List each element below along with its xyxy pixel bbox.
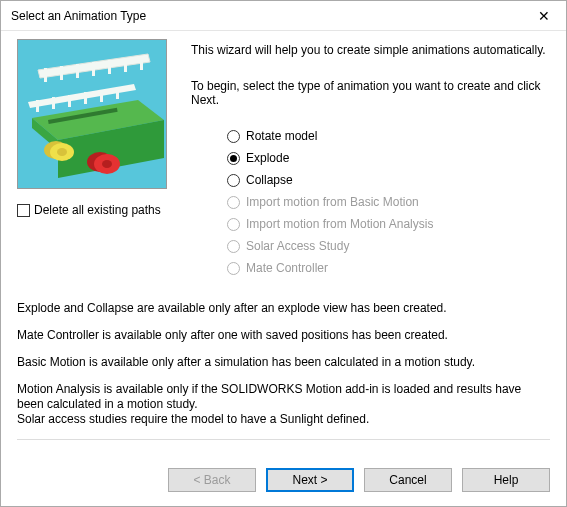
close-icon: ✕: [538, 8, 550, 24]
next-button[interactable]: Next >: [266, 468, 354, 492]
radio-collapse[interactable]: Collapse: [227, 173, 550, 187]
radio-icon: [227, 130, 240, 143]
note-motion-analysis: Motion Analysis is available only if the…: [17, 382, 550, 412]
svg-rect-8: [140, 56, 143, 70]
radio-label: Import motion from Motion Analysis: [246, 217, 433, 231]
dialog-title: Select an Animation Type: [11, 9, 521, 23]
radio-import-basic-motion: Import motion from Basic Motion: [227, 195, 550, 209]
radio-import-motion-analysis: Import motion from Motion Analysis: [227, 217, 550, 231]
checkbox-icon: [17, 204, 30, 217]
radio-solar-access-study: Solar Access Study: [227, 239, 550, 253]
svg-point-18: [102, 160, 112, 168]
radio-label: Collapse: [246, 173, 293, 187]
svg-rect-5: [92, 62, 95, 76]
radio-icon: [227, 262, 240, 275]
radio-mate-controller: Mate Controller: [227, 261, 550, 275]
svg-rect-22: [68, 95, 71, 107]
separator: [17, 439, 550, 440]
radio-icon: [227, 196, 240, 209]
radio-icon: [227, 152, 240, 165]
svg-rect-7: [124, 58, 127, 72]
svg-rect-6: [108, 60, 111, 74]
wizard-dialog: Select an Animation Type ✕: [0, 0, 567, 507]
radio-explode[interactable]: Explode: [227, 151, 550, 165]
radio-label: Solar Access Study: [246, 239, 349, 253]
radio-icon: [227, 240, 240, 253]
preview-image: [17, 39, 167, 189]
svg-rect-21: [52, 97, 55, 109]
delete-paths-label: Delete all existing paths: [34, 203, 161, 217]
svg-rect-2: [44, 68, 47, 82]
close-button[interactable]: ✕: [521, 1, 566, 31]
radio-label: Explode: [246, 151, 289, 165]
help-button[interactable]: Help: [462, 468, 550, 492]
radio-icon: [227, 218, 240, 231]
cancel-button[interactable]: Cancel: [364, 468, 452, 492]
titlebar: Select an Animation Type ✕: [1, 1, 566, 31]
svg-rect-3: [60, 66, 63, 80]
note-solar-access: Solar access studies require the model t…: [17, 412, 550, 427]
radio-icon: [227, 174, 240, 187]
note-basic-motion: Basic Motion is available only after a s…: [17, 355, 550, 370]
note-mate-controller: Mate Controller is available only after …: [17, 328, 550, 343]
delete-paths-checkbox[interactable]: Delete all existing paths: [17, 203, 177, 217]
svg-point-15: [57, 148, 67, 156]
radio-label: Mate Controller: [246, 261, 328, 275]
radio-label: Rotate model: [246, 129, 317, 143]
intro-text-1: This wizard will help you to create simp…: [191, 43, 550, 57]
dialog-content: Delete all existing paths This wizard wi…: [1, 31, 566, 458]
svg-rect-20: [36, 100, 39, 112]
availability-notes: Explode and Collapse are available only …: [17, 301, 550, 427]
svg-rect-25: [116, 87, 119, 99]
note-explode-collapse: Explode and Collapse are available only …: [17, 301, 550, 316]
svg-rect-4: [76, 64, 79, 78]
back-button: < Back: [168, 468, 256, 492]
wizard-buttons: < Back Next > Cancel Help: [1, 458, 566, 506]
animation-type-group: Rotate model Explode Collapse Import mot…: [227, 129, 550, 275]
radio-label: Import motion from Basic Motion: [246, 195, 419, 209]
radio-rotate-model[interactable]: Rotate model: [227, 129, 550, 143]
intro-text-2: To begin, select the type of animation y…: [191, 79, 550, 107]
svg-rect-23: [84, 92, 87, 104]
svg-rect-24: [100, 90, 103, 102]
